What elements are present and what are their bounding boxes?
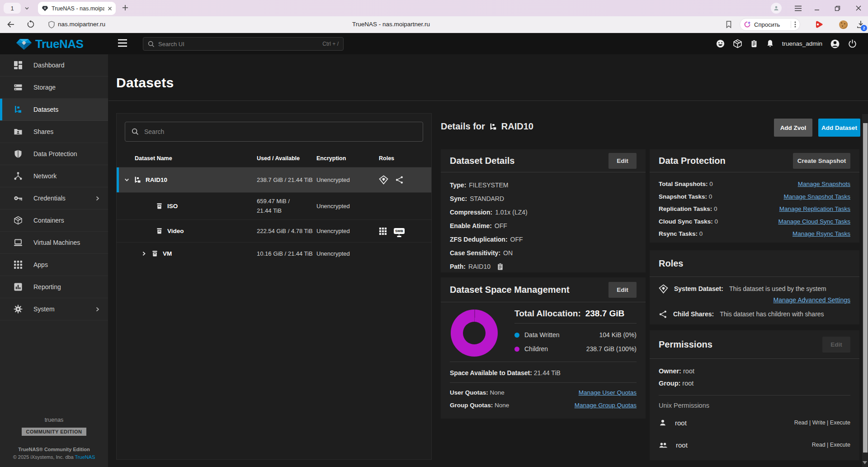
scroll-down-arrow-icon[interactable] [863,461,867,464]
product-name: TrueNAS® Community Edition [0,447,108,452]
chevron-right-icon[interactable] [141,251,147,257]
sidebar-item-credentials[interactable]: Credentials [0,187,108,210]
chevron-down-icon[interactable] [124,177,130,183]
bookmark-icon[interactable] [725,20,732,29]
total-allocation-label: Total Allocation: [514,309,581,318]
manage-advanced-settings-link[interactable]: Manage Advanced Settings [774,296,850,304]
tab-counter[interactable]: 1 [4,3,21,14]
system-dataset-icon [379,175,388,185]
col-roles: Roles [379,155,431,162]
page-title: Datasets [116,75,174,91]
table-row-vm[interactable]: VM 10.16 GiB / 21.44 TiB Unencrypted [117,242,431,265]
add-zvol-button[interactable]: Add Zvol [774,119,812,137]
brand-name: TrueNAS [35,37,83,51]
new-tab-icon[interactable] [121,4,129,12]
account-icon[interactable] [830,39,840,49]
dataset-search-input[interactable] [144,128,416,135]
dataset-icon [156,202,163,210]
sidebar-item-dashboard[interactable]: Dashboard [0,54,108,76]
apps-role-icon [379,227,387,235]
browser-profile-avatar[interactable] [771,0,782,16]
window-minimize-icon[interactable] [814,0,820,16]
manage-snapshots-link[interactable]: Manage Snapshots [798,178,850,191]
browser-tab[interactable]: TrueNAS - nas.moipartn [38,2,116,15]
edit-space-button[interactable]: Edit [609,282,637,298]
copy-path-icon[interactable] [497,263,504,271]
sidebar-footer: truenas COMMUNITY EDITION TrueNAS® Commu… [0,417,108,460]
sidebar-item-reporting[interactable]: Reporting [0,276,108,298]
jobs-icon[interactable] [750,39,758,48]
global-search-input[interactable] [158,41,319,48]
dataset-tree-icon [489,123,497,131]
roles-card: Roles System Dataset: This dataset is us… [650,250,859,324]
copyright-link[interactable]: TrueNAS [75,454,95,460]
sidenav-toggle-icon[interactable] [118,39,127,47]
sidebar-item-virtual-machines[interactable]: Virtual Machines [0,232,108,254]
dataset-search[interactable] [125,122,423,142]
table-row-raid10[interactable]: RAID10 238.7 GiB / 21.44 TiB Unencrypted [117,167,431,192]
sidebar-label: Virtual Machines [33,239,80,246]
manage-snapshot-tasks-link[interactable]: Manage Snapshot Tasks [783,191,850,203]
containers-icon [14,216,24,225]
ask-ai-button[interactable]: Спросить [740,18,800,31]
browser-page-title: TrueNAS - nas.moipartner.ru [0,21,782,28]
copyright: © 2025 iXsystems, Inc. dba TrueNAS [0,454,108,460]
alerts-bell-icon[interactable] [766,39,774,48]
browser-toolbar: nas.moipartner.ru TrueNAS - nas.moipartn… [0,16,868,33]
dataset-name: Video [167,228,184,234]
manage-replication-tasks-link[interactable]: Manage Replication Tasks [779,203,850,215]
tab-close-icon[interactable] [108,6,112,11]
sidebar-item-shares[interactable]: Shares [0,121,108,143]
truenas-header: TrueNAS Ctrl + / truenas_admin [0,33,868,54]
scrollbar-thumb[interactable] [863,123,868,453]
truenas-logo[interactable]: TrueNAS [16,37,83,51]
details-scrollbar [862,114,868,467]
sidebar-item-system[interactable]: System [0,298,108,320]
key-icon [14,194,24,203]
sidebar-item-data-protection[interactable]: Data Protection [0,143,108,165]
manage-user-quotas-link[interactable]: Manage User Quotas [579,389,637,396]
edit-permissions-button[interactable]: Edit [822,337,850,353]
table-row-video[interactable]: Video 222.54 GiB / 4.78 TiB Unencrypted … [117,219,431,242]
manage-rsync-tasks-link[interactable]: Manage Rsync Tasks [793,228,850,240]
add-dataset-button[interactable]: Add Dataset [818,119,860,137]
unix-permissions-heading: Unix Permissions [659,402,850,409]
sidebar-label: Credentials [33,195,66,202]
col-encryption: Encryption [316,155,379,162]
sidebar-item-datasets[interactable]: Datasets [0,99,108,121]
data-protection-card: Data Protection Create Snapshot Total Sn… [650,149,859,243]
manage-cloud-sync-tasks-link[interactable]: Manage Cloud Sync Tasks [778,215,850,228]
truecommand-icon[interactable] [733,39,742,48]
feedback-icon[interactable] [716,39,725,48]
create-snapshot-button[interactable]: Create Snapshot [793,153,850,169]
card-title: Permissions [659,339,712,350]
sidebar-item-network[interactable]: Network [0,165,108,187]
dataset-used: 238.7 GiB / 21.44 TiB [257,176,316,183]
dashboard-icon [14,61,24,70]
sidebar-item-storage[interactable]: Storage [0,76,108,99]
dataset-used: 222.54 GiB / 4.78 TiB [257,228,316,234]
search-icon [132,128,139,135]
power-icon[interactable] [848,39,857,48]
window-restore-icon[interactable] [835,0,840,16]
group-permission-row: root Read | Execute [659,439,850,450]
manage-group-quotas-link[interactable]: Manage Group Quotas [575,402,637,409]
datasets-icon [14,105,24,114]
shares-icon [14,127,24,136]
tab-list-chevron-icon[interactable] [24,6,29,11]
edit-dataset-button[interactable]: Edit [609,153,637,169]
permissions-card: Permissions Edit Owner: root Group: root… [650,330,859,460]
card-title: Roles [659,258,683,269]
browser-menu-icon[interactable] [794,0,802,16]
extension-icon[interactable] [815,20,824,29]
dataset-name: ISO [167,203,178,210]
search-icon [148,41,155,48]
window-close-icon[interactable] [855,0,862,16]
sidebar-item-containers[interactable]: Containers [0,210,108,232]
cookie-icon[interactable] [839,20,848,29]
global-search[interactable]: Ctrl + / [143,37,344,51]
sidebar-item-apps[interactable]: Apps [0,254,108,276]
table-row-iso[interactable]: ISO 659.47 MiB / 21.44 TiB Unencrypted [117,192,431,219]
vm-icon [14,238,24,247]
ask-ai-more-icon[interactable] [794,21,796,28]
